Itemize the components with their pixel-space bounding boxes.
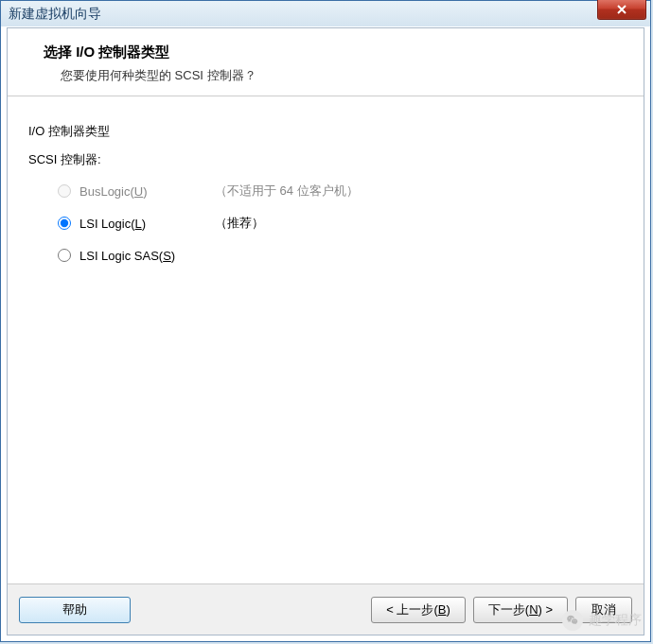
header-section: 选择 I/O 控制器类型 您要使用何种类型的 SCSI 控制器？ [8,28,644,96]
radio-row-lsilogicsas: LSI Logic SAS(S) [57,246,625,265]
close-icon [616,4,627,15]
page-title: 选择 I/O 控制器类型 [44,44,625,61]
footer-section: 帮助 < 上一步(B) 下一步(N) > 取消 [8,583,644,635]
radio-label-lsilogic: LSI Logic(L) [79,217,207,231]
dialog-body: 选择 I/O 控制器类型 您要使用何种类型的 SCSI 控制器？ I/O 控制器… [7,27,644,635]
dialog-window: 新建虚拟机向导 选择 I/O 控制器类型 您要使用何种类型的 SCSI 控制器？… [0,0,651,642]
radio-label-buslogic: BusLogic(U) [79,184,207,199]
radio-label-lsilogicsas: LSI Logic SAS(S) [79,249,207,263]
radio-buslogic [58,184,71,198]
radio-note-buslogic: （不适用于 64 位客户机） [215,183,359,200]
radio-row-buslogic: BusLogic(U) （不适用于 64 位客户机） [57,182,625,200]
titlebar: 新建虚拟机向导 [1,1,650,26]
cancel-button[interactable]: 取消 [575,597,632,623]
back-button[interactable]: < 上一步(B) [371,597,466,623]
io-controller-type-label: I/O 控制器类型 [28,123,625,140]
content-section: I/O 控制器类型 SCSI 控制器: BusLogic(U) （不适用于 64… [8,96,644,583]
help-button[interactable]: 帮助 [19,597,131,623]
next-button[interactable]: 下一步(N) > [473,597,568,623]
radio-lsilogic[interactable] [58,217,71,230]
close-button[interactable] [597,0,646,20]
scsi-controller-label: SCSI 控制器: [28,151,625,168]
radio-lsilogicsas[interactable] [58,249,71,262]
radio-row-lsilogic: LSI Logic(L) （推荐） [57,214,625,233]
window-title: 新建虚拟机向导 [9,6,101,23]
page-subtitle: 您要使用何种类型的 SCSI 控制器？ [61,67,625,84]
radio-note-lsilogic: （推荐） [215,215,264,232]
